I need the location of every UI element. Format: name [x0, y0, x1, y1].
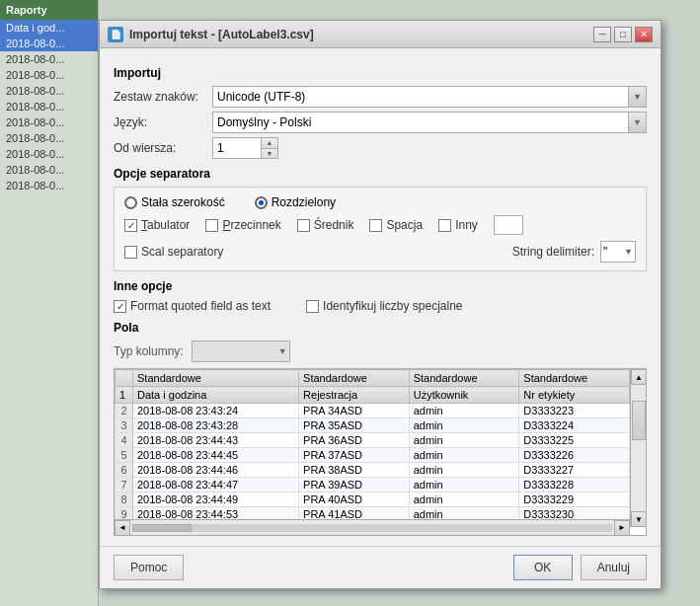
- from-row-up-button[interactable]: ▲: [262, 138, 277, 149]
- vertical-scrollbar[interactable]: ▲ ▼: [630, 369, 646, 527]
- th-rownum: [116, 370, 133, 387]
- other-option[interactable]: Inny: [438, 218, 478, 232]
- fixed-width-option[interactable]: Stała szerokość: [124, 195, 225, 209]
- row-col3: admin: [409, 448, 519, 463]
- scroll-down-button[interactable]: ▼: [631, 511, 647, 527]
- th-col2-name[interactable]: Rejestracja: [299, 387, 410, 404]
- typ-kolumny-select[interactable]: ▼: [192, 341, 290, 362]
- th-col1-name[interactable]: Data i godzina: [133, 387, 299, 404]
- maximize-button[interactable]: □: [614, 27, 632, 42]
- from-row-input[interactable]: 1: [212, 137, 262, 159]
- from-row-label: Od wiersza:: [114, 141, 212, 155]
- row-num: 3: [116, 418, 133, 433]
- fixed-width-label: Stała szerokość: [141, 195, 225, 209]
- row-col4: D3333225: [519, 433, 630, 448]
- sidebar-item-10[interactable]: 2018-08-0...: [0, 178, 98, 193]
- row-col4: D3333228: [519, 478, 630, 492]
- typ-kolumny-arrow-icon: ▼: [278, 346, 287, 356]
- row-col3: admin: [409, 418, 519, 433]
- comma-label: Przecinnek: [222, 218, 280, 232]
- separated-radio[interactable]: [255, 196, 268, 209]
- row-col3: admin: [409, 433, 519, 448]
- inne-header: Inne opcje: [114, 279, 647, 293]
- language-arrow-icon: ▼: [628, 113, 646, 132]
- format-quoted-option[interactable]: Format quoted field as text: [114, 299, 271, 313]
- scroll-thumb[interactable]: [632, 401, 646, 440]
- h-scroll-thumb[interactable]: [132, 524, 192, 532]
- table-row: 6 2018-08-08 23:44:46 PRA 38ASD admin D3…: [116, 463, 630, 478]
- space-option[interactable]: Spacja: [369, 218, 423, 232]
- table-row: 5 2018-08-08 23:44:45 PRA 37ASD admin D3…: [116, 448, 630, 463]
- sidebar-item-9[interactable]: 2018-08-0...: [0, 162, 98, 178]
- typ-kolumny-label: Typ kolumny:: [114, 344, 184, 358]
- sidebar-item-1[interactable]: 2018-08-0...: [0, 36, 98, 51]
- tabulator-option[interactable]: Tabulator: [124, 218, 190, 232]
- horizontal-scrollbar[interactable]: ◄ ►: [115, 519, 630, 535]
- row-col1: 2018-08-08 23:44:45: [133, 448, 299, 463]
- merge-option[interactable]: Scal separatory: [124, 245, 223, 259]
- space-checkbox[interactable]: [369, 219, 382, 232]
- row-num: 5: [116, 448, 133, 463]
- string-delimiter-select[interactable]: " ▼: [600, 241, 636, 263]
- row-col4: D3333226: [519, 448, 630, 463]
- th-col4-name[interactable]: Nr etykiety: [519, 387, 630, 404]
- identify-special-option[interactable]: Identyfikuj liczby specjalne: [306, 299, 462, 313]
- semicolon-label: Średnik: [314, 218, 354, 232]
- dialog-title-left: 📄 Importuj tekst - [AutoLabel3.csv]: [108, 27, 314, 42]
- th-col3-name[interactable]: Użytkownik: [409, 387, 519, 404]
- comma-option[interactable]: Przecinnek: [205, 218, 280, 232]
- inne-checkbox-row: Format quoted field as text Identyfikuj …: [114, 299, 647, 313]
- semicolon-option[interactable]: Średnik: [297, 218, 354, 232]
- sidebar-item-2[interactable]: 2018-08-0...: [0, 51, 98, 67]
- tabulator-checkbox[interactable]: [124, 219, 137, 232]
- sidebar-item-0[interactable]: Data i god...: [0, 20, 98, 36]
- language-select[interactable]: Domyślny - Polski ▼: [212, 112, 647, 133]
- sidebar-item-4[interactable]: 2018-08-0...: [0, 83, 98, 99]
- format-quoted-checkbox[interactable]: [114, 300, 126, 313]
- h-scroll-track: [132, 524, 612, 532]
- sidebar-item-6[interactable]: 2018-08-0...: [0, 114, 98, 130]
- th-col3-type[interactable]: Standardowe: [409, 370, 519, 387]
- dialog-title: Importuj tekst - [AutoLabel3.csv]: [129, 28, 314, 41]
- row-col1: 2018-08-08 23:44:47: [133, 478, 299, 492]
- other-input[interactable]: [494, 215, 523, 235]
- sidebar-item-8[interactable]: 2018-08-0...: [0, 146, 98, 162]
- comma-checkbox[interactable]: [205, 219, 218, 232]
- th-col2-type[interactable]: Standardowe: [299, 370, 410, 387]
- row-col2: PRA 40ASD: [299, 492, 410, 507]
- importuj-header: Importuj: [114, 66, 647, 80]
- merge-label: Scal separatory: [141, 245, 223, 259]
- row-col2: PRA 39ASD: [299, 478, 410, 492]
- cancel-button[interactable]: Anuluj: [581, 555, 647, 580]
- sidebar-item-3[interactable]: 2018-08-0...: [0, 67, 98, 83]
- string-delimiter-label: String delimiter:: [512, 245, 594, 259]
- format-quoted-label: Format quoted field as text: [130, 299, 271, 313]
- charset-select[interactable]: Unicode (UTF-8) ▼: [212, 86, 647, 108]
- sidebar-title: Raporty: [0, 0, 98, 20]
- row-col1: 2018-08-08 23:44:46: [133, 463, 299, 478]
- row-col3: admin: [409, 478, 519, 492]
- separated-option[interactable]: Rozdzielony: [255, 195, 336, 209]
- semicolon-checkbox[interactable]: [297, 219, 310, 232]
- fixed-width-radio[interactable]: [124, 196, 137, 209]
- merge-checkbox[interactable]: [124, 246, 137, 259]
- scroll-up-button[interactable]: ▲: [631, 369, 647, 385]
- pola-header: Pola: [114, 321, 647, 335]
- other-checkbox[interactable]: [438, 219, 451, 232]
- separator-checkbox-row: Tabulator Przecinnek Średnik Spacja Inny: [124, 215, 636, 235]
- from-row-down-button[interactable]: ▼: [262, 149, 277, 159]
- dialog-body: Importuj Zestaw znaków: Unicode (UTF-8) …: [100, 48, 661, 546]
- minimize-button[interactable]: ─: [593, 27, 611, 42]
- ok-button[interactable]: OK: [513, 555, 573, 580]
- sidebar-item-7[interactable]: 2018-08-0...: [0, 130, 98, 146]
- scroll-left-button[interactable]: ◄: [115, 520, 130, 536]
- close-button[interactable]: ✕: [635, 27, 653, 42]
- th-col4-type[interactable]: Standardowe: [519, 370, 630, 387]
- sidebar-item-5[interactable]: 2018-08-0...: [0, 99, 98, 114]
- th-col1-type[interactable]: Standardowe: [133, 370, 299, 387]
- help-button[interactable]: Pomoc: [114, 555, 184, 580]
- identify-special-checkbox[interactable]: [306, 300, 319, 313]
- import-dialog: 📄 Importuj tekst - [AutoLabel3.csv] ─ □ …: [99, 20, 661, 589]
- row-col4: D3333227: [519, 463, 630, 478]
- scroll-right-button[interactable]: ►: [614, 520, 630, 536]
